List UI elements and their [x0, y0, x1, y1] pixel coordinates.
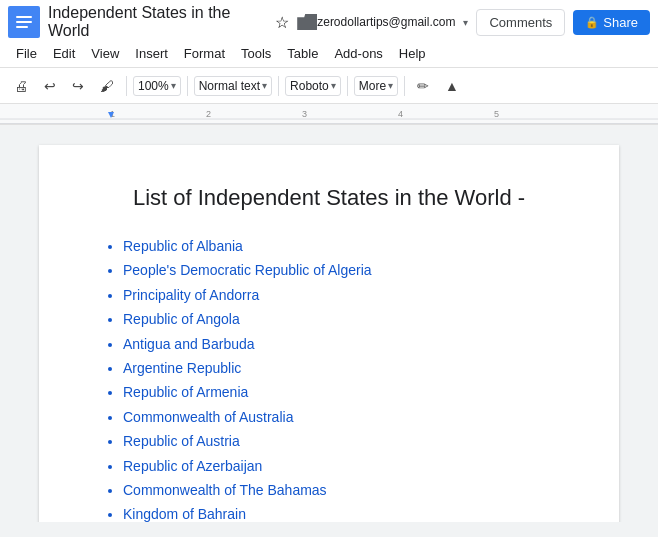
list-item: Kingdom of Bahrain	[123, 503, 559, 522]
style-select[interactable]: Normal text ▾	[194, 76, 272, 96]
paint-format-button[interactable]: 🖌	[94, 74, 120, 98]
menu-help[interactable]: Help	[391, 42, 434, 65]
folder-icon[interactable]	[297, 14, 317, 30]
toolbar-divider-5	[404, 76, 405, 96]
list-item: Antigua and Barbuda	[123, 333, 559, 355]
share-button[interactable]: 🔒 Share	[573, 10, 650, 35]
toolbar-divider-1	[126, 76, 127, 96]
list-item: Republic of Azerbaijan	[123, 455, 559, 477]
account-email: zerodollartips@gmail.com	[317, 15, 455, 29]
svg-text:5: 5	[494, 109, 499, 119]
list-item: Republic of Albania	[123, 235, 559, 257]
app-icon	[8, 6, 40, 38]
svg-text:4: 4	[398, 109, 403, 119]
country-list: Republic of AlbaniaPeople's Democratic R…	[99, 235, 559, 522]
menu-view[interactable]: View	[83, 42, 127, 65]
lock-icon: 🔒	[585, 16, 599, 29]
font-dropdown-icon: ▾	[331, 80, 336, 91]
document-title: Independent States in the World	[48, 4, 267, 40]
svg-text:3: 3	[302, 109, 307, 119]
menu-file[interactable]: File	[8, 42, 45, 65]
style-dropdown-icon: ▾	[262, 80, 267, 91]
menu-edit[interactable]: Edit	[45, 42, 83, 65]
document-area: List of Independent States in the World …	[0, 125, 658, 522]
star-icon[interactable]: ☆	[275, 13, 289, 32]
document-heading: List of Independent States in the World …	[99, 185, 559, 211]
svg-text:2: 2	[206, 109, 211, 119]
list-item: Commonwealth of Australia	[123, 406, 559, 428]
svg-rect-0	[0, 104, 658, 124]
toolbar-divider-2	[187, 76, 188, 96]
list-item: Republic of Armenia	[123, 381, 559, 403]
toolbar-divider-3	[278, 76, 279, 96]
collapse-button[interactable]: ▲	[439, 74, 465, 98]
list-item: Republic of Angola	[123, 308, 559, 330]
more-dropdown-icon: ▾	[388, 80, 393, 91]
toolbar: 🖨 ↩ ↪ 🖌 100% ▾ Normal text ▾ Roboto ▾ Mo…	[0, 68, 658, 104]
list-item: Argentine Republic	[123, 357, 559, 379]
list-item: Commonwealth of The Bahamas	[123, 479, 559, 501]
redo-button[interactable]: ↪	[66, 74, 90, 98]
menu-tools[interactable]: Tools	[233, 42, 279, 65]
zoom-dropdown-icon: ▾	[171, 80, 176, 91]
account-dropdown-icon[interactable]: ▾	[463, 17, 468, 28]
document: List of Independent States in the World …	[39, 145, 619, 522]
list-item: Principality of Andorra	[123, 284, 559, 306]
menu-format[interactable]: Format	[176, 42, 233, 65]
print-button[interactable]: 🖨	[8, 74, 34, 98]
menu-bar: File Edit View Insert Format Tools Table…	[0, 40, 658, 68]
menu-addons[interactable]: Add-ons	[326, 42, 390, 65]
list-item: People's Democratic Republic of Algeria	[123, 259, 559, 281]
zoom-select[interactable]: 100% ▾	[133, 76, 181, 96]
comments-button[interactable]: Comments	[476, 9, 565, 36]
edit-pencil-button[interactable]: ✏	[411, 74, 435, 98]
ruler: 1 2 3 4 5	[0, 104, 658, 124]
menu-table[interactable]: Table	[279, 42, 326, 65]
font-select[interactable]: Roboto ▾	[285, 76, 341, 96]
list-item: Republic of Austria	[123, 430, 559, 452]
toolbar-divider-4	[347, 76, 348, 96]
undo-button[interactable]: ↩	[38, 74, 62, 98]
menu-insert[interactable]: Insert	[127, 42, 176, 65]
more-select[interactable]: More ▾	[354, 76, 398, 96]
